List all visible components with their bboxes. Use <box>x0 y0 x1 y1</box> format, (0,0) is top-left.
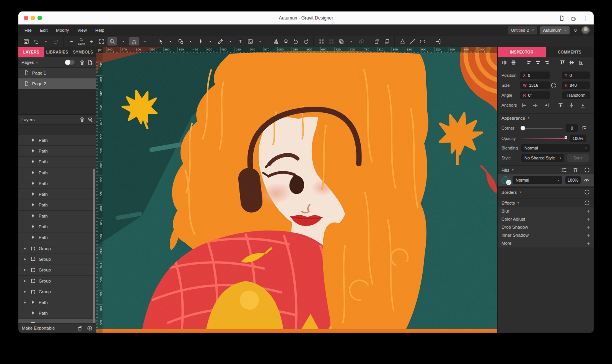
distribute-vertical-icon[interactable] <box>511 60 516 65</box>
effect-row-blur[interactable]: Blur+ <box>498 207 594 215</box>
fit-tool-button[interactable] <box>98 37 105 46</box>
boolean-tool-button[interactable] <box>337 37 345 46</box>
document-icon[interactable] <box>559 15 565 21</box>
kebab-menu-icon[interactable]: ⋮ <box>583 14 588 22</box>
align-right-icon[interactable] <box>544 60 550 65</box>
tab-comments[interactable]: COMMENTS <box>546 47 594 57</box>
pointer-tool-button[interactable] <box>157 37 164 46</box>
convert-tool-button[interactable] <box>399 37 406 46</box>
chevron-down-icon[interactable]: ▾ <box>36 61 38 64</box>
add-layer-icon[interactable] <box>87 117 93 122</box>
tab-layers[interactable]: LAYERS <box>18 47 44 57</box>
align-center-icon[interactable] <box>535 60 541 65</box>
redo-tool-button[interactable] <box>52 37 60 46</box>
rotcw-tool-button[interactable] <box>302 37 309 46</box>
expand-triangle-icon[interactable]: ▶ <box>24 247 27 250</box>
layer-row-group[interactable]: ▶Group <box>18 286 96 297</box>
tab-libraries[interactable]: LIBRARIES <box>44 47 70 57</box>
extension-puzzle-icon[interactable] <box>571 15 576 21</box>
layer-row-path[interactable]: ▶Path <box>18 297 96 308</box>
trash-icon[interactable] <box>79 117 85 122</box>
dropdown-caret-icon[interactable]: ▾ <box>256 37 264 46</box>
expand-triangle-icon[interactable]: ▶ <box>24 301 27 304</box>
text-tool-button[interactable]: T <box>236 37 244 46</box>
plus-icon[interactable]: + <box>587 216 590 222</box>
dropdown-caret-icon[interactable]: ▾ <box>119 37 127 46</box>
close-tab-icon[interactable]: × <box>532 28 534 32</box>
anchor-hcenter-icon[interactable] <box>532 102 538 108</box>
export-tool-button[interactable] <box>434 37 442 46</box>
angle-field[interactable]: R0° <box>520 91 550 99</box>
canvas[interactable]: 2402703003303603904204504805105405706006… <box>96 47 497 333</box>
doc-tab-autumun[interactable]: Autumun* × <box>540 26 570 34</box>
layer-row-group[interactable]: ▶Group <box>18 254 96 265</box>
align-top-icon[interactable] <box>560 60 565 65</box>
align-bottom-icon[interactable] <box>578 60 584 65</box>
sync-style-button[interactable]: Sync <box>567 154 589 162</box>
magnet-tool-button[interactable] <box>129 37 139 46</box>
minus-tool-button[interactable]: − <box>68 37 75 46</box>
group-tool-button[interactable] <box>317 37 325 46</box>
dropdown-caret-icon[interactable]: ▾ <box>42 37 50 46</box>
link-dimensions-icon[interactable] <box>551 83 557 88</box>
layer-row-path[interactable]: Path <box>18 232 96 243</box>
layer-row-path[interactable]: Path <box>18 178 96 189</box>
undo-tool-button[interactable] <box>32 37 40 46</box>
fill-options-sliders-icon[interactable] <box>561 167 567 173</box>
menu-edit[interactable]: Edit <box>40 28 48 32</box>
align-middle-icon[interactable] <box>569 60 575 65</box>
zoom-level-button[interactable]: 150% <box>78 37 85 46</box>
plus-icon[interactable]: + <box>587 208 590 214</box>
size-height-field[interactable]: H848 <box>562 81 590 89</box>
layer-row-group[interactable]: ▶Group <box>18 265 96 276</box>
image-tool-button[interactable] <box>246 37 254 46</box>
connector-tool-button[interactable] <box>409 37 416 46</box>
effect-row-color-adjust[interactable]: Color Adjust+ <box>498 215 594 223</box>
expand-triangle-icon[interactable]: ▶ <box>24 290 27 293</box>
page-row-1[interactable]: Page 1 <box>18 68 96 78</box>
layer-row-path[interactable]: Path <box>18 189 96 200</box>
plus-icon[interactable]: + <box>587 224 590 230</box>
effect-row-more[interactable]: More+ <box>498 239 594 247</box>
distribute-horizontal-icon[interactable] <box>501 60 507 65</box>
layer-row-group[interactable]: ▶Group <box>18 243 96 254</box>
layer-row-path[interactable]: Path <box>18 211 96 221</box>
layer-row-path[interactable]: Path <box>18 135 96 146</box>
anchor-top-icon[interactable] <box>558 102 563 108</box>
size-width-field[interactable]: W1316 <box>520 81 549 89</box>
group-tool-button[interactable] <box>327 37 335 46</box>
dropdown-caret-icon[interactable]: ▾ <box>207 37 214 46</box>
fliph-tool-button[interactable] <box>272 37 280 46</box>
style-select[interactable]: No Shared Style▾ <box>521 154 564 162</box>
transform-button[interactable]: Transform <box>562 91 590 99</box>
dropdown-caret-icon[interactable]: ▾ <box>226 37 234 46</box>
position-y-field[interactable]: Y0 <box>562 72 590 79</box>
opacity-slider[interactable] <box>521 138 566 139</box>
menu-modify[interactable]: Modify <box>56 28 69 32</box>
corner-options-icon[interactable] <box>581 125 587 131</box>
menu-help[interactable]: Help <box>95 28 104 32</box>
sendb-tool-button[interactable] <box>383 37 391 46</box>
save-tool-button[interactable] <box>22 37 30 46</box>
menu-view[interactable]: View <box>77 28 87 32</box>
double-chevron-down-icon[interactable] <box>573 28 578 33</box>
expand-triangle-icon[interactable]: ▶ <box>24 258 27 261</box>
plus-icon[interactable]: + <box>587 240 590 246</box>
add-effect-icon[interactable] <box>584 200 590 206</box>
align-left-icon[interactable] <box>526 60 532 65</box>
add-fill-icon[interactable] <box>584 167 590 173</box>
position-x-field[interactable]: X0 <box>520 72 549 79</box>
anchor-bottom-icon[interactable] <box>580 102 586 108</box>
rotccw-tool-button[interactable] <box>292 37 299 46</box>
anchor-vcenter-icon[interactable] <box>569 102 575 108</box>
layer-row-path[interactable]: Path <box>18 221 96 232</box>
plus-icon[interactable]: + <box>587 232 590 238</box>
layer-row-group[interactable]: ▶Group <box>18 276 96 286</box>
trash-icon[interactable] <box>573 167 578 173</box>
layer-row-path[interactable]: Path <box>18 200 96 211</box>
pages-toggle[interactable] <box>65 60 75 65</box>
layers-scrollbar[interactable] <box>93 169 95 325</box>
plus-tool-button[interactable]: + <box>88 37 95 46</box>
page-row-2[interactable]: Page 2 <box>18 78 96 89</box>
expand-triangle-icon[interactable]: ▶ <box>24 280 27 283</box>
